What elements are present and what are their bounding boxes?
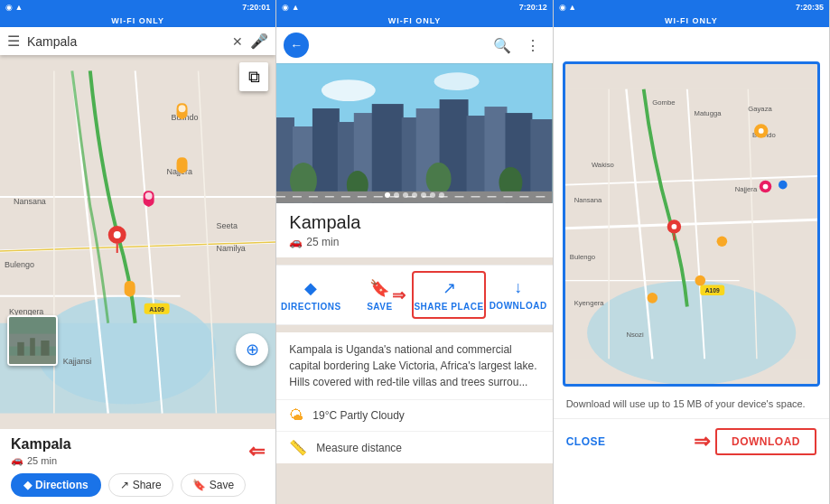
svg-rect-35	[312, 108, 340, 203]
svg-rect-39	[402, 117, 418, 203]
search-icon-2: 🔍	[493, 37, 511, 54]
download-map-preview: A109 Gombe Matugga Gayaza Bulindo Wakiso…	[563, 61, 820, 387]
directions-button-1[interactable]: ◆ Directions	[11, 473, 101, 497]
back-button[interactable]: ←	[284, 33, 309, 58]
search-bar: ☰ ✕ 🎤	[0, 27, 275, 55]
more-button[interactable]: ⋮	[520, 33, 546, 58]
car-icon-2: 🚗	[289, 236, 303, 248]
hamburger-icon[interactable]: ☰	[7, 33, 20, 50]
save-button-1[interactable]: 🔖 Save	[181, 473, 246, 497]
svg-text:Nsozi: Nsozi	[626, 331, 644, 339]
arrow-annotation-1: ⇐	[248, 440, 265, 463]
svg-point-1	[36, 296, 217, 405]
panel-3: ◉ ▲ 7:20:35 WI-FI ONLY Download a map of…	[554, 0, 830, 504]
status-bar-1: ◉ ▲ 7:20:01	[0, 0, 275, 14]
svg-rect-42	[467, 116, 487, 203]
place-photos[interactable]	[276, 63, 552, 203]
svg-text:Namilya: Namilya	[216, 244, 245, 253]
ruler-icon: 📏	[289, 439, 307, 456]
download-button[interactable]: DOWNLOAD	[715, 428, 816, 455]
panel-1: ◉ ▲ 7:20:01 WI-FI ONLY ☰ ✕ 🎤	[0, 0, 276, 504]
svg-text:A109: A109	[704, 287, 719, 294]
save-action-label: SAVE	[367, 302, 393, 312]
status-bar-2: ◉ ▲ 7:20:12	[276, 0, 552, 14]
arrow-annotation-2: ⇒	[392, 285, 406, 305]
svg-point-83	[647, 293, 657, 303]
svg-point-82	[695, 275, 705, 286]
svg-text:Matugga: Matugga	[694, 109, 722, 117]
svg-text:Kyengera: Kyengera	[574, 299, 604, 307]
photo-dot-7	[439, 192, 444, 198]
directions-action-icon: ◆	[304, 278, 317, 298]
svg-text:Kajjansi: Kajjansi	[63, 357, 91, 366]
description-text: Kampala is Uganda's national and commerc…	[289, 341, 539, 390]
more-icon: ⋮	[526, 37, 540, 54]
action-row: ◆ DIRECTIONS 🔖 SAVE ⇒ ↗ SHARE PLACE ↓ DO…	[276, 265, 552, 325]
svg-text:Seeta: Seeta	[216, 221, 237, 230]
svg-point-23	[145, 192, 153, 200]
svg-point-76	[762, 184, 768, 190]
download-question: Download a map of this area?	[554, 27, 829, 54]
svg-text:Nansana: Nansana	[574, 196, 602, 204]
svg-text:Gombe: Gombe	[652, 98, 675, 107]
svg-rect-29	[9, 356, 56, 364]
wifi-bar-2: WI-FI ONLY	[276, 14, 552, 27]
map-area-1[interactable]: A109 Bulindo Najjera Nansana Seeta Namil…	[0, 55, 275, 429]
svg-rect-38	[372, 104, 404, 203]
bottom-actions-1: ◆ Directions ↗ Share 🔖 Save	[11, 473, 265, 497]
mic-icon[interactable]: 🎤	[250, 33, 268, 50]
save-icon-1: 🔖	[192, 479, 206, 491]
search-input[interactable]	[27, 34, 225, 49]
travel-info-1: 🚗 25 min	[11, 454, 71, 466]
svg-point-21	[114, 231, 121, 238]
share-button-1[interactable]: ↗ Share	[108, 473, 173, 497]
search-button-2[interactable]: 🔍	[490, 33, 515, 58]
directions-action[interactable]: ◆ DIRECTIONS	[276, 273, 345, 317]
arrow-annotation-3: ⇒	[694, 430, 710, 453]
place-info: Kampala 🚗 25 min	[276, 203, 552, 257]
share-icon-1: ↗	[120, 479, 129, 491]
street-view-thumbnail[interactable]	[7, 315, 58, 366]
time-3: 7:20:35	[796, 3, 824, 12]
clear-icon[interactable]: ✕	[232, 34, 243, 49]
photo-dot-5	[421, 192, 426, 198]
panel3-bottom-actions: CLOSE ⇒ DOWNLOAD	[554, 418, 829, 464]
svg-point-48	[426, 163, 452, 195]
download-action[interactable]: ↓ DOWNLOAD	[484, 273, 553, 317]
measure-row[interactable]: 📏 Measure distance	[276, 431, 552, 463]
directions-action-label: DIRECTIONS	[281, 302, 341, 312]
panel2-header: ← 🔍 ⋮	[276, 27, 552, 63]
description-area: Kampala is Uganda's national and commerc…	[276, 332, 552, 399]
svg-point-77	[779, 181, 788, 190]
svg-text:Najjera: Najjera	[734, 185, 757, 193]
svg-text:Gayaza: Gayaza	[748, 105, 772, 113]
download-action-label: DOWNLOAD	[490, 301, 547, 311]
svg-point-22	[179, 105, 186, 112]
photo-dot-6	[430, 192, 435, 198]
svg-point-31	[322, 79, 376, 101]
time-1: 7:20:01	[242, 3, 270, 12]
status-icons-left-2: ◉ ▲	[282, 3, 299, 12]
save-action-icon: 🔖	[369, 278, 389, 298]
svg-text:Wakiso: Wakiso	[592, 161, 614, 169]
svg-point-53	[587, 281, 796, 384]
photo-dot-1	[385, 192, 390, 198]
download-info-text: Download will use up to 15 MB of your de…	[554, 394, 829, 418]
measure-text: Measure distance	[316, 442, 402, 454]
photo-dots	[385, 192, 444, 198]
place-name-1: Kampala	[11, 436, 71, 453]
map-background-1: A109 Bulindo Najjera Nansana Seeta Namil…	[0, 55, 275, 429]
map-svg-1: A109 Bulindo Najjera Nansana Seeta Namil…	[0, 55, 275, 429]
close-button[interactable]: CLOSE	[566, 435, 606, 448]
svg-rect-33	[276, 117, 294, 203]
svg-point-74	[758, 128, 763, 134]
share-action-label: SHARE PLACE	[414, 302, 483, 312]
svg-point-32	[434, 72, 480, 90]
svg-text:Nansana: Nansana	[14, 197, 46, 206]
status-icons-left: ◉ ▲	[5, 3, 23, 12]
share-action[interactable]: ↗ SHARE PLACE	[412, 271, 485, 319]
location-icon: ⊕	[246, 340, 259, 359]
layers-button[interactable]: ⧉	[239, 62, 268, 91]
wifi-bar-1: WI-FI ONLY	[0, 14, 275, 27]
weather-row: 🌤 19°C Partly Cloudy	[276, 399, 552, 431]
